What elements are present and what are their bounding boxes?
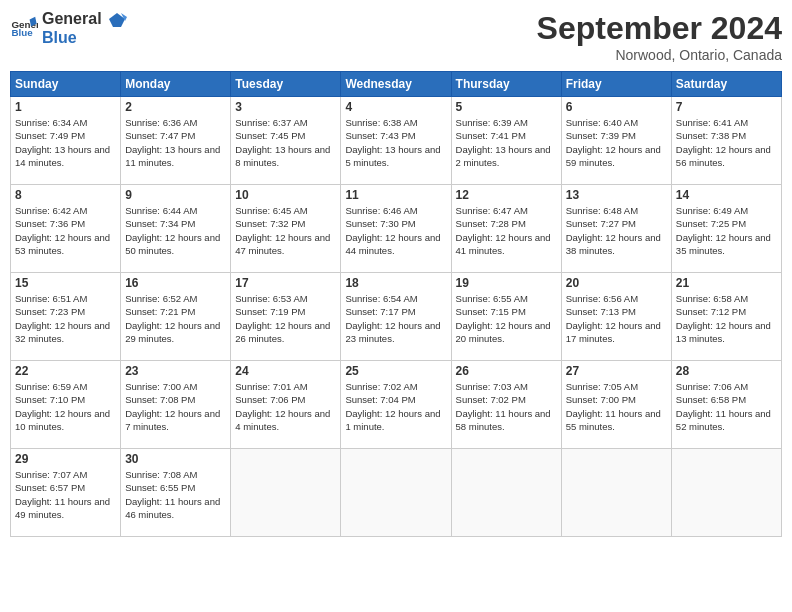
calendar-cell: 6Sunrise: 6:40 AMSunset: 7:39 PMDaylight… bbox=[561, 97, 671, 185]
day-number: 5 bbox=[456, 100, 557, 114]
day-info: Sunrise: 6:38 AMSunset: 7:43 PMDaylight:… bbox=[345, 116, 446, 169]
day-info: Sunrise: 6:51 AMSunset: 7:23 PMDaylight:… bbox=[15, 292, 116, 345]
day-info: Sunrise: 6:52 AMSunset: 7:21 PMDaylight:… bbox=[125, 292, 226, 345]
calendar-cell: 17Sunrise: 6:53 AMSunset: 7:19 PMDayligh… bbox=[231, 273, 341, 361]
day-number: 22 bbox=[15, 364, 116, 378]
calendar-cell: 1Sunrise: 6:34 AMSunset: 7:49 PMDaylight… bbox=[11, 97, 121, 185]
day-number: 11 bbox=[345, 188, 446, 202]
day-header-wednesday: Wednesday bbox=[341, 72, 451, 97]
day-number: 20 bbox=[566, 276, 667, 290]
day-number: 23 bbox=[125, 364, 226, 378]
calendar-cell: 18Sunrise: 6:54 AMSunset: 7:17 PMDayligh… bbox=[341, 273, 451, 361]
day-number: 7 bbox=[676, 100, 777, 114]
calendar-cell: 19Sunrise: 6:55 AMSunset: 7:15 PMDayligh… bbox=[451, 273, 561, 361]
month-title: September 2024 bbox=[537, 10, 782, 47]
calendar-cell: 12Sunrise: 6:47 AMSunset: 7:28 PMDayligh… bbox=[451, 185, 561, 273]
day-number: 4 bbox=[345, 100, 446, 114]
calendar-cell: 22Sunrise: 6:59 AMSunset: 7:10 PMDayligh… bbox=[11, 361, 121, 449]
calendar-cell: 11Sunrise: 6:46 AMSunset: 7:30 PMDayligh… bbox=[341, 185, 451, 273]
calendar-cell: 27Sunrise: 7:05 AMSunset: 7:00 PMDayligh… bbox=[561, 361, 671, 449]
day-number: 25 bbox=[345, 364, 446, 378]
day-number: 26 bbox=[456, 364, 557, 378]
calendar-cell: 23Sunrise: 7:00 AMSunset: 7:08 PMDayligh… bbox=[121, 361, 231, 449]
logo-bird-icon bbox=[107, 11, 127, 29]
day-info: Sunrise: 6:58 AMSunset: 7:12 PMDaylight:… bbox=[676, 292, 777, 345]
day-info: Sunrise: 6:36 AMSunset: 7:47 PMDaylight:… bbox=[125, 116, 226, 169]
calendar-cell: 26Sunrise: 7:03 AMSunset: 7:02 PMDayligh… bbox=[451, 361, 561, 449]
calendar-cell: 3Sunrise: 6:37 AMSunset: 7:45 PMDaylight… bbox=[231, 97, 341, 185]
day-number: 9 bbox=[125, 188, 226, 202]
day-number: 1 bbox=[15, 100, 116, 114]
day-header-friday: Friday bbox=[561, 72, 671, 97]
day-number: 3 bbox=[235, 100, 336, 114]
calendar-cell: 29Sunrise: 7:07 AMSunset: 6:57 PMDayligh… bbox=[11, 449, 121, 537]
calendar-cell bbox=[451, 449, 561, 537]
day-number: 14 bbox=[676, 188, 777, 202]
calendar-cell: 15Sunrise: 6:51 AMSunset: 7:23 PMDayligh… bbox=[11, 273, 121, 361]
svg-text:Blue: Blue bbox=[11, 28, 33, 39]
day-info: Sunrise: 6:41 AMSunset: 7:38 PMDaylight:… bbox=[676, 116, 777, 169]
calendar-cell: 16Sunrise: 6:52 AMSunset: 7:21 PMDayligh… bbox=[121, 273, 231, 361]
day-info: Sunrise: 6:47 AMSunset: 7:28 PMDaylight:… bbox=[456, 204, 557, 257]
calendar-cell: 4Sunrise: 6:38 AMSunset: 7:43 PMDaylight… bbox=[341, 97, 451, 185]
day-info: Sunrise: 6:55 AMSunset: 7:15 PMDaylight:… bbox=[456, 292, 557, 345]
day-info: Sunrise: 7:08 AMSunset: 6:55 PMDaylight:… bbox=[125, 468, 226, 521]
day-info: Sunrise: 7:07 AMSunset: 6:57 PMDaylight:… bbox=[15, 468, 116, 521]
calendar-cell: 2Sunrise: 6:36 AMSunset: 7:47 PMDaylight… bbox=[121, 97, 231, 185]
logo-general: General bbox=[42, 10, 102, 27]
day-number: 12 bbox=[456, 188, 557, 202]
calendar-cell: 7Sunrise: 6:41 AMSunset: 7:38 PMDaylight… bbox=[671, 97, 781, 185]
day-number: 8 bbox=[15, 188, 116, 202]
day-info: Sunrise: 6:44 AMSunset: 7:34 PMDaylight:… bbox=[125, 204, 226, 257]
day-number: 15 bbox=[15, 276, 116, 290]
day-header-saturday: Saturday bbox=[671, 72, 781, 97]
calendar-cell: 30Sunrise: 7:08 AMSunset: 6:55 PMDayligh… bbox=[121, 449, 231, 537]
day-info: Sunrise: 7:01 AMSunset: 7:06 PMDaylight:… bbox=[235, 380, 336, 433]
calendar-cell: 24Sunrise: 7:01 AMSunset: 7:06 PMDayligh… bbox=[231, 361, 341, 449]
day-number: 13 bbox=[566, 188, 667, 202]
day-number: 24 bbox=[235, 364, 336, 378]
day-number: 29 bbox=[15, 452, 116, 466]
day-header-tuesday: Tuesday bbox=[231, 72, 341, 97]
day-number: 16 bbox=[125, 276, 226, 290]
day-info: Sunrise: 6:34 AMSunset: 7:49 PMDaylight:… bbox=[15, 116, 116, 169]
calendar-cell bbox=[561, 449, 671, 537]
day-info: Sunrise: 6:37 AMSunset: 7:45 PMDaylight:… bbox=[235, 116, 336, 169]
calendar-cell: 20Sunrise: 6:56 AMSunset: 7:13 PMDayligh… bbox=[561, 273, 671, 361]
page-header: General Blue General Blue September 2024… bbox=[10, 10, 782, 63]
day-info: Sunrise: 6:49 AMSunset: 7:25 PMDaylight:… bbox=[676, 204, 777, 257]
calendar-cell: 10Sunrise: 6:45 AMSunset: 7:32 PMDayligh… bbox=[231, 185, 341, 273]
calendar-cell: 8Sunrise: 6:42 AMSunset: 7:36 PMDaylight… bbox=[11, 185, 121, 273]
day-info: Sunrise: 6:39 AMSunset: 7:41 PMDaylight:… bbox=[456, 116, 557, 169]
calendar-cell: 21Sunrise: 6:58 AMSunset: 7:12 PMDayligh… bbox=[671, 273, 781, 361]
calendar-cell bbox=[341, 449, 451, 537]
calendar-cell: 13Sunrise: 6:48 AMSunset: 7:27 PMDayligh… bbox=[561, 185, 671, 273]
day-number: 6 bbox=[566, 100, 667, 114]
calendar-header-row: SundayMondayTuesdayWednesdayThursdayFrid… bbox=[11, 72, 782, 97]
day-number: 10 bbox=[235, 188, 336, 202]
calendar-cell: 14Sunrise: 6:49 AMSunset: 7:25 PMDayligh… bbox=[671, 185, 781, 273]
calendar-table: SundayMondayTuesdayWednesdayThursdayFrid… bbox=[10, 71, 782, 537]
calendar-cell: 28Sunrise: 7:06 AMSunset: 6:58 PMDayligh… bbox=[671, 361, 781, 449]
day-number: 18 bbox=[345, 276, 446, 290]
day-number: 28 bbox=[676, 364, 777, 378]
calendar-week-5: 29Sunrise: 7:07 AMSunset: 6:57 PMDayligh… bbox=[11, 449, 782, 537]
logo-icon: General Blue bbox=[10, 14, 38, 42]
day-info: Sunrise: 6:46 AMSunset: 7:30 PMDaylight:… bbox=[345, 204, 446, 257]
day-header-sunday: Sunday bbox=[11, 72, 121, 97]
day-info: Sunrise: 7:03 AMSunset: 7:02 PMDaylight:… bbox=[456, 380, 557, 433]
calendar-cell bbox=[671, 449, 781, 537]
day-header-monday: Monday bbox=[121, 72, 231, 97]
day-number: 19 bbox=[456, 276, 557, 290]
calendar-week-1: 1Sunrise: 6:34 AMSunset: 7:49 PMDaylight… bbox=[11, 97, 782, 185]
day-info: Sunrise: 6:40 AMSunset: 7:39 PMDaylight:… bbox=[566, 116, 667, 169]
day-number: 2 bbox=[125, 100, 226, 114]
calendar-cell: 5Sunrise: 6:39 AMSunset: 7:41 PMDaylight… bbox=[451, 97, 561, 185]
day-info: Sunrise: 7:06 AMSunset: 6:58 PMDaylight:… bbox=[676, 380, 777, 433]
day-number: 30 bbox=[125, 452, 226, 466]
logo-blue: Blue bbox=[42, 29, 77, 46]
day-header-thursday: Thursday bbox=[451, 72, 561, 97]
day-info: Sunrise: 6:56 AMSunset: 7:13 PMDaylight:… bbox=[566, 292, 667, 345]
day-info: Sunrise: 6:48 AMSunset: 7:27 PMDaylight:… bbox=[566, 204, 667, 257]
calendar-cell: 25Sunrise: 7:02 AMSunset: 7:04 PMDayligh… bbox=[341, 361, 451, 449]
